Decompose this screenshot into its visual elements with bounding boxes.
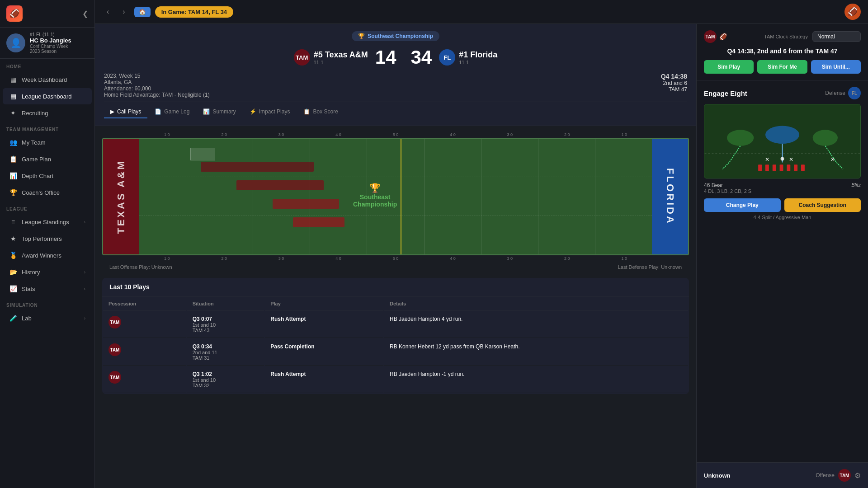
game-down: 2nd and 6 [661, 80, 687, 86]
fl-badge: FL [848, 87, 861, 99]
away-team-info: TAM #5 Texas A&M 11-1 [294, 49, 368, 66]
sidebar-item-label: Award Winners [22, 252, 85, 259]
svg-rect-16 [801, 164, 805, 171]
home-team-details: #1 Florida 11-1 [459, 50, 497, 65]
tab-summary[interactable]: 📊 Summary [197, 106, 242, 118]
play-time: Q3 1:02 [193, 371, 259, 377]
sidebar-item-label: Week Dashboard [22, 76, 85, 83]
chevron-right-icon: › [84, 286, 85, 291]
impact-icon: ⚡ [250, 108, 256, 115]
sidebar-item-week-dashboard[interactable]: ▦ Week Dashboard [3, 71, 92, 88]
play-type-cell: Pass Completion [265, 339, 383, 366]
field-play-area: 🏆 Southeast Championship [139, 139, 652, 254]
home-team-name: #1 Florida [459, 50, 497, 60]
possession-cell: TAM [103, 311, 186, 338]
home-button[interactable]: 🏠 [134, 7, 151, 17]
change-play-button[interactable]: Change Play [704, 198, 781, 212]
svg-point-3 [765, 126, 799, 144]
standings-icon: ≡ [9, 218, 17, 226]
play-formation-details: 46 Bear 4 DL, 3 LB, 2 CB, 2 S [704, 182, 751, 194]
sidebar-item-top-performers[interactable]: ★ Top Performers [3, 230, 92, 247]
team-badge-tam: TAM [108, 343, 121, 356]
situation-cell: Q3 0:07 1st and 10 TAM 43 [187, 311, 264, 338]
chart-icon: 📊 [9, 172, 17, 180]
tab-impact-plays[interactable]: ⚡ Impact Plays [243, 106, 297, 118]
coach-suggestion-button[interactable]: Coach Suggestion [784, 198, 861, 212]
offense-right: Offense TAM ⚙ [816, 469, 861, 482]
tam-team-logo: TAM [704, 30, 717, 43]
star-icon: ★ [9, 235, 17, 243]
play-field-pos: TAM 32 [193, 383, 259, 388]
play-type-badge: Defense FL [825, 87, 861, 99]
section-home: HOME [0, 59, 94, 71]
football-field: TEXAS A&M [102, 138, 689, 255]
play-header: Engage Eight Defense FL [704, 87, 861, 99]
grid-icon: ▦ [9, 75, 17, 84]
fl-logo: FL [439, 49, 455, 66]
end-zone-left-text: TEXAS A&M [115, 160, 127, 234]
situation-cell: Q3 0:34 2nd and 11 TAM 31 [187, 339, 264, 366]
home-team-record: 11-1 [459, 60, 497, 65]
sim-play-button[interactable]: Sim Play [704, 60, 754, 74]
app-logo: 🏈 [6, 5, 23, 22]
sidebar-item-game-plan[interactable]: 📋 Game Plan [3, 151, 92, 167]
sidebar-item-lab[interactable]: 🧪 Lab › [3, 310, 92, 326]
sidebar-item-league-standings[interactable]: ≡ League Standings › [3, 214, 92, 230]
sim-until-button[interactable]: Sim Until... [811, 60, 861, 74]
team-logos-row: TAM 🏈 [704, 30, 727, 43]
field-info-row: Last Offense Play: Unknown Last Defense … [102, 262, 689, 272]
back-button[interactable]: ‹ [102, 6, 113, 18]
end-zone-left: TEXAS A&M [103, 139, 139, 254]
yard-section [425, 139, 481, 254]
gameplan-icon: 📋 [9, 155, 17, 163]
end-zone-right: FLORIDA [652, 139, 688, 254]
play-down: 1st and 10 [193, 377, 259, 383]
sidebar-item-stats[interactable]: 📈 Stats › [3, 281, 92, 297]
table-row: TAM Q3 0:34 2nd and 11 TAM 31 Pass Compl… [103, 339, 688, 366]
game-details: 2023, Week 15 Atlanta, GA Attendance: 60… [104, 73, 210, 98]
away-team-name: #5 Texas A&M [314, 50, 368, 60]
drive-bar-2 [236, 180, 324, 190]
doc-icon: 📄 [155, 108, 161, 115]
col-situation: Situation [187, 297, 264, 310]
lab-icon: 🧪 [9, 314, 17, 322]
col-details: Details [384, 297, 688, 310]
svg-rect-10 [758, 164, 762, 171]
tab-box-score[interactable]: 📋 Box Score [297, 106, 344, 118]
sidebar-item-my-team[interactable]: 👥 My Team [3, 134, 92, 150]
sidebar-item-award-winners[interactable]: 🏅 Award Winners [3, 247, 92, 263]
svg-point-4 [813, 130, 838, 146]
sidebar-item-recruiting[interactable]: ✦ Recruiting [3, 105, 92, 121]
sidebar-item-label: History [22, 269, 80, 276]
situation-cell: Q3 1:02 1st and 10 TAM 32 [187, 366, 264, 393]
svg-rect-13 [780, 164, 783, 171]
play-diagram: ✕ ✕ ✕ [704, 104, 861, 178]
svg-text:✕: ✕ [765, 156, 769, 163]
championship-badge: 🏆 Southeast Championship [352, 31, 439, 41]
sidebar-item-depth-chart[interactable]: 📊 Depth Chart [3, 168, 92, 184]
sim-for-me-button[interactable]: Sim For Me [757, 60, 807, 74]
formation-sub: 4 DL, 3 LB, 2 CB, 2 S [704, 188, 751, 194]
game-field-pos: TAM 47 [661, 86, 687, 93]
settings-icon[interactable]: ⚙ [854, 471, 861, 480]
section-simulation: SIMULATION [0, 297, 94, 310]
forward-button[interactable]: › [118, 6, 129, 18]
game-badge[interactable]: In Game: TAM 14, FL 34 [155, 6, 233, 18]
sidebar-item-label: Top Performers [22, 235, 85, 242]
sidebar-item-history[interactable]: 📂 History › [3, 264, 92, 280]
tab-game-log[interactable]: 📄 Game Log [148, 106, 196, 118]
clock-strategy-select[interactable]: Normal Aggressive Conservative [812, 31, 861, 42]
table-icon: ▤ [9, 92, 17, 100]
office-icon: 🏆 [9, 188, 17, 197]
play-section: Engage Eight Defense FL [697, 80, 868, 462]
profile-week: Conf Champ Week [30, 44, 71, 49]
last-offense-label: Last Offense Play: Unknown [109, 264, 172, 270]
svg-rect-15 [794, 164, 797, 171]
play-details-cell: RB Jaeden Hampton -1 yd run. [384, 366, 688, 393]
score-display: 14 34 [375, 47, 432, 68]
sidebar-item-league-dashboard[interactable]: ▤ League Dashboard [3, 88, 92, 104]
sidebar-collapse-button[interactable]: ❮ [82, 9, 88, 18]
clock-strategy-row: TAM 🏈 TAM Clock Strategy Normal Aggressi… [704, 30, 861, 43]
sidebar-item-coachs-office[interactable]: 🏆 Coach's Office [3, 184, 92, 201]
tab-call-plays[interactable]: ▶ Call Plays [104, 106, 147, 118]
